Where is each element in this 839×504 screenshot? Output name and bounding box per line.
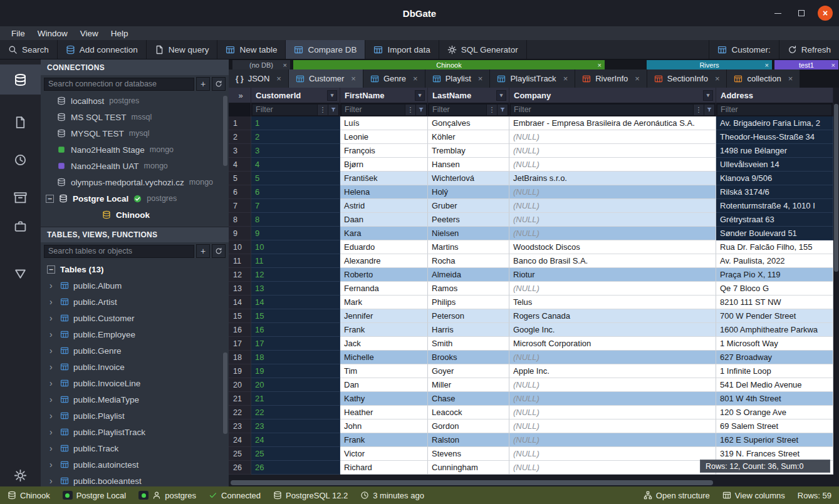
grid-cell[interactable]: Kara: [340, 227, 428, 240]
grid-cell[interactable]: 17: [251, 337, 340, 351]
table-row[interactable]: 1919TimGoyerApple Inc.1 Infinite Loop: [229, 364, 833, 378]
column-header-lastname[interactable]: LastName▾: [428, 88, 509, 103]
grid-cell[interactable]: Av. Paulista, 2022: [716, 254, 833, 268]
table-item[interactable]: ›public.booleantest: [41, 473, 229, 486]
row-number[interactable]: 17: [229, 337, 251, 351]
table-row[interactable]: 2525VictorStevens(NULL)319 N. Frances St…: [229, 447, 833, 461]
close-icon[interactable]: ×: [788, 74, 793, 83]
tab-group-no-db[interactable]: (no DB)×: [232, 60, 290, 69]
chevron-down-icon[interactable]: ▾: [496, 90, 506, 101]
filter-input[interactable]: Filter: [511, 105, 693, 115]
table-row[interactable]: 1515JenniferPetersonRogers Canada700 W P…: [229, 309, 833, 323]
grid-cell[interactable]: František: [340, 172, 428, 185]
table-item[interactable]: ›public.InvoiceLine: [41, 375, 229, 391]
grid-cell[interactable]: 8: [251, 213, 340, 227]
table-row[interactable]: 2121KathyChase(NULL)801 W 4th Street: [229, 392, 833, 406]
row-number[interactable]: 6: [229, 185, 251, 199]
chevron-right-icon[interactable]: ›: [50, 443, 56, 453]
grid-cell[interactable]: Rua Dr. Falcão Filho, 155: [716, 240, 833, 254]
table-row[interactable]: 66HelenaHolý(NULL)Rilská 3174/6: [229, 185, 833, 199]
row-number[interactable]: 20: [229, 378, 251, 392]
toolbar-customer-button[interactable]: Customer:: [709, 40, 778, 59]
grid-cell[interactable]: Gonçalves: [428, 116, 509, 130]
grid-cell[interactable]: Rocha: [428, 254, 509, 268]
grid-cell[interactable]: Luís: [340, 116, 428, 130]
grid-cell[interactable]: Hansen: [428, 158, 509, 172]
grid-cell[interactable]: 16: [251, 323, 340, 337]
chevron-right-icon[interactable]: ›: [50, 411, 56, 421]
activitybar-settings[interactable]: [0, 460, 41, 490]
table-item[interactable]: ›public.Genre: [41, 342, 229, 359]
grid-cell[interactable]: 1 Microsoft Way: [716, 337, 833, 351]
grid-cell[interactable]: 1600 Amphitheatre Parkwa: [716, 323, 833, 337]
table-item[interactable]: ›public.Artist: [41, 294, 229, 310]
grid-cell[interactable]: (NULL): [509, 158, 716, 172]
grid-cell[interactable]: Praça Pio X, 119: [716, 268, 833, 282]
table-item[interactable]: ›public.Invoice: [41, 359, 229, 375]
grid-cell[interactable]: JetBrains s.r.o.: [509, 172, 716, 185]
menu-view[interactable]: View: [74, 28, 105, 39]
grid-cell[interactable]: Helena: [340, 185, 428, 199]
grid-cell[interactable]: 21: [251, 392, 340, 406]
grid-cell[interactable]: Philips: [428, 296, 509, 309]
table-row[interactable]: 2020DanMiller(NULL)541 Del Medio Avenue: [229, 378, 833, 392]
grid-cell[interactable]: Miller: [428, 378, 509, 392]
table-item[interactable]: ›public.Playlist: [41, 408, 229, 424]
filter-funnel-button[interactable]: [416, 105, 426, 115]
close-icon[interactable]: ×: [598, 61, 602, 69]
grid-cell[interactable]: Microsoft Corporation: [509, 337, 716, 351]
activitybar-archive[interactable]: [0, 182, 41, 212]
connection-item[interactable]: Nano2Health UATmongo: [41, 158, 229, 174]
grid-cell[interactable]: 69 Salem Street: [716, 419, 833, 433]
minimize-button[interactable]: [770, 6, 785, 21]
grid-cell[interactable]: Ralston: [428, 433, 509, 447]
table-item[interactable]: ›public.Employee: [41, 326, 229, 342]
chevron-right-icon[interactable]: ›: [50, 329, 56, 339]
filter-input[interactable]: Filter: [429, 105, 486, 115]
grid-cell[interactable]: Qe 7 Bloco G: [716, 282, 833, 296]
grid-cell[interactable]: Fernanda: [340, 282, 428, 296]
grid-cell[interactable]: (NULL): [509, 433, 716, 447]
table-row[interactable]: 33FrançoisTremblay(NULL)1498 rue Bélange…: [229, 144, 833, 158]
row-number[interactable]: 9: [229, 227, 251, 240]
grid-cell[interactable]: (NULL): [509, 447, 716, 461]
grid-cell[interactable]: Rotenturmstraße 4, 1010 I: [716, 199, 833, 213]
grid-cell[interactable]: (NULL): [509, 130, 716, 144]
grid-cell[interactable]: (NULL): [509, 199, 716, 213]
grid-cell[interactable]: Cunningham: [428, 461, 509, 475]
table-row[interactable]: 1717JackSmithMicrosoft Corporation1 Micr…: [229, 337, 833, 351]
grid-cell[interactable]: 20: [251, 378, 340, 392]
table-item[interactable]: ›public.Track: [41, 440, 229, 456]
grid-cell[interactable]: 5: [251, 172, 340, 185]
grid-cell[interactable]: 23: [251, 419, 340, 433]
close-icon[interactable]: ×: [715, 74, 720, 83]
grid-cell[interactable]: 13: [251, 282, 340, 296]
grid-cell[interactable]: Leacock: [428, 406, 509, 419]
grid-cell[interactable]: (NULL): [509, 406, 716, 419]
chevron-right-icon[interactable]: ›: [50, 460, 56, 470]
chevron-right-icon[interactable]: ›: [50, 313, 56, 323]
grid-cell[interactable]: Köhler: [428, 130, 509, 144]
grid-cell[interactable]: (NULL): [509, 378, 716, 392]
close-icon[interactable]: ×: [413, 74, 418, 83]
grid-cell[interactable]: Richard: [340, 461, 428, 475]
grid-cell[interactable]: Bjørn: [340, 158, 428, 172]
grid-cell[interactable]: Embraer - Empresa Brasileira de Aeronáut…: [509, 116, 716, 130]
filter-input[interactable]: Filter: [717, 105, 831, 115]
row-number[interactable]: 7: [229, 199, 251, 213]
grid-cell[interactable]: 12: [251, 268, 340, 282]
close-icon[interactable]: ×: [276, 74, 281, 83]
table-row[interactable]: 1818MichelleBrooks(NULL)627 Broadway: [229, 351, 833, 364]
grid-cell[interactable]: Jack: [340, 337, 428, 351]
grid-cell[interactable]: 8210 111 ST NW: [716, 296, 833, 309]
table-item[interactable]: ›public.Album: [41, 277, 229, 294]
grid-cell[interactable]: Harris: [428, 323, 509, 337]
grid-cell[interactable]: (NULL): [509, 392, 716, 406]
menu-window[interactable]: Window: [31, 28, 74, 39]
row-number[interactable]: 25: [229, 447, 251, 461]
toolbar-new-table-button[interactable]: New table: [217, 40, 286, 59]
grid-cell[interactable]: 801 W 4th Street: [716, 392, 833, 406]
table-row[interactable]: 2323JohnGordon(NULL)69 Salem Street: [229, 419, 833, 433]
grid-cell[interactable]: Stevens: [428, 447, 509, 461]
grid-cell[interactable]: 1: [251, 116, 340, 130]
